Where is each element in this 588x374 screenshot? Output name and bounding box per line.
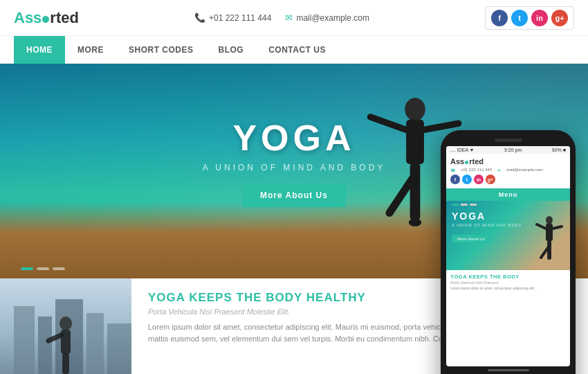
phone-hero: YOGA A UNION OF MIND AND BODY More About… <box>446 201 570 270</box>
svg-rect-17 <box>86 313 104 374</box>
phone-home-indicator <box>488 369 529 371</box>
phone-contact: 📞 +01 222 111 444 <box>194 12 271 23</box>
logo[interactable]: Assrted <box>14 9 79 27</box>
phone-hero-dots <box>446 201 570 208</box>
hero-dot-2[interactable] <box>37 267 49 270</box>
phone-logo: Assrted <box>450 157 566 166</box>
bottom-image <box>0 278 131 374</box>
svg-point-6 <box>409 219 421 226</box>
phone-fb-btn[interactable]: f <box>450 175 460 184</box>
email-address: mail@example.com <box>296 13 369 23</box>
hero-dot-3[interactable] <box>53 267 65 270</box>
phone-hero-figure <box>535 215 563 270</box>
twitter-button[interactable]: t <box>511 10 528 26</box>
phone-phone-number: +01 222 111 444 <box>461 168 492 172</box>
navbar: HOME MORE SHORT CODES BLOG CONTACT US <box>0 36 588 64</box>
phone-social-row: f t in g+ <box>450 175 566 184</box>
svg-rect-18 <box>107 323 131 374</box>
phone-mockup: .... IDEA ▼ 9:20 pm 90% ■ Assrted ☎ +01 … <box>441 130 576 374</box>
logo-text-part1: Ass <box>14 9 42 26</box>
hero-section: YOGA A UNION OF MIND AND BODY More About… <box>0 64 588 278</box>
hero-dots <box>21 267 65 270</box>
header-contact: 📞 +01 222 111 444 ✉ mail@example.com <box>194 12 369 23</box>
phone-tw-btn[interactable]: t <box>462 175 472 184</box>
svg-rect-15 <box>38 317 52 374</box>
phone-hero-title: YOGA <box>452 211 522 222</box>
logo-dot <box>42 16 49 23</box>
phone-header: Assrted ☎ +01 222 111 444 ✉ mail@example… <box>446 154 570 188</box>
mail-icon: ✉ <box>285 12 293 23</box>
phone-content-title: YOGA KEEPS THE BODY <box>450 274 566 280</box>
nav-contact[interactable]: CONTACT US <box>256 36 338 64</box>
phone-battery: 90% ■ <box>552 148 566 152</box>
phone-hero-text: YOGA A UNION OF MIND AND BODY More About… <box>452 211 522 243</box>
phone-menu-bar[interactable]: Menu <box>446 188 570 201</box>
phone-content-text: Lorem ipsum dolor sit amet, consectetur … <box>450 286 566 291</box>
svg-line-9 <box>537 224 546 229</box>
svg-rect-14 <box>14 306 35 374</box>
phone-content-sub: Porta Vehicula Nisi Praesent <box>450 280 566 285</box>
header: Assrted 📞 +01 222 111 444 ✉ mail@example… <box>0 0 588 36</box>
phone-email: mail@example.com <box>506 168 543 172</box>
svg-rect-8 <box>546 224 553 241</box>
hero-button[interactable]: More About Us <box>242 184 346 207</box>
nav-blog[interactable]: BLOG <box>206 36 257 64</box>
phone-speaker <box>495 139 522 142</box>
phone-logo-dot <box>465 161 468 164</box>
hero-dot-1[interactable] <box>21 267 33 270</box>
phone-contact-row: ☎ +01 222 111 444 ✉ mail@example.com <box>450 168 566 172</box>
phone-mail-icon: ✉ <box>497 168 501 172</box>
googleplus-button[interactable]: g+ <box>551 10 568 26</box>
email-contact: ✉ mail@example.com <box>285 12 369 23</box>
phone-ig-btn[interactable]: in <box>474 175 484 184</box>
facebook-button[interactable]: f <box>491 10 508 26</box>
svg-point-19 <box>59 317 72 330</box>
phone-gp-btn[interactable]: g+ <box>486 175 495 184</box>
phone-content-preview: YOGA KEEPS THE BODY Porta Vehicula Nisi … <box>446 270 570 294</box>
logo-text-part2: rted <box>50 9 79 26</box>
phone-dot-2 <box>461 204 468 206</box>
nav-more[interactable]: MORE <box>65 36 116 64</box>
instagram-button[interactable]: in <box>531 10 548 26</box>
phone-number: +01 222 111 444 <box>209 13 271 23</box>
nav-shortcodes[interactable]: SHORT CODES <box>116 36 206 64</box>
phone-time: 9:20 pm <box>504 148 522 152</box>
phone-hero-sub: A UNION OF MIND AND BODY <box>452 223 522 227</box>
phone-screen: .... IDEA ▼ 9:20 pm 90% ■ Assrted ☎ +01 … <box>446 146 570 366</box>
svg-line-10 <box>553 226 562 229</box>
phone-dot-3 <box>470 204 477 206</box>
phone-status-bar: .... IDEA ▼ 9:20 pm 90% ■ <box>446 146 570 154</box>
social-icons-group: f t in g+ <box>485 6 574 30</box>
svg-point-7 <box>546 216 553 224</box>
phone-dot-1 <box>452 204 459 206</box>
phone-carrier: .... IDEA ▼ <box>450 148 475 152</box>
phone-icon: 📞 <box>194 12 205 23</box>
phone-outer: .... IDEA ▼ 9:20 pm 90% ■ Assrted ☎ +01 … <box>441 130 576 374</box>
phone-phone-icon: ☎ <box>450 168 455 172</box>
svg-rect-22 <box>62 353 69 374</box>
phone-hero-button[interactable]: More About Us <box>452 235 490 243</box>
nav-home[interactable]: HOME <box>14 36 65 64</box>
